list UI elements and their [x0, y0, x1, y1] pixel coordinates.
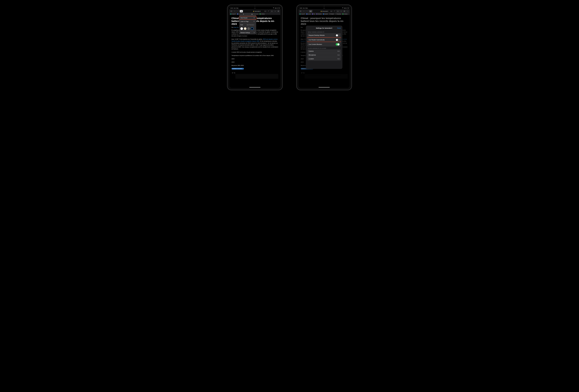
theme-black-selected[interactable]	[251, 27, 253, 30]
fav-chatgpt[interactable]: ChatGPT	[299, 13, 305, 15]
chart-placeholder	[301, 74, 348, 79]
tab-count-badge: 7	[266, 11, 267, 12]
reload-icon[interactable]	[268, 10, 269, 12]
wifi-icon	[273, 7, 274, 9]
row-microphone[interactable]: Microphone Ask	[307, 53, 341, 57]
chart-y-axis-label: 17 °C	[231, 72, 278, 74]
svg-rect-0	[231, 11, 232, 12]
front-camera	[324, 6, 324, 6]
year-2023: 2023	[231, 61, 278, 63]
fav-antidote[interactable]: Antidote	[342, 13, 348, 15]
website-settings-row[interactable]: Website Settings	[239, 31, 256, 34]
para-3: L'année 2024 est la plus chaude jamais e…	[231, 51, 278, 53]
theme-sepia[interactable]	[244, 27, 246, 30]
url-bar[interactable]: 🔒 lemonde.fr 7	[243, 10, 270, 13]
svg-rect-7	[344, 11, 345, 12]
svg-rect-2	[278, 11, 279, 11]
done-button[interactable]: Done	[337, 27, 341, 29]
url-host: lemonde.fr	[255, 10, 261, 12]
home-indicator[interactable]	[319, 87, 330, 87]
new-tab-icon[interactable]	[340, 10, 342, 12]
svg-rect-8	[344, 11, 345, 11]
fav-gemini[interactable]: Gemini	[306, 13, 311, 15]
fav-reader[interactable]: Reader	[329, 13, 334, 15]
reader-available-icon[interactable]: 7	[330, 10, 333, 12]
battery-icon	[347, 7, 349, 9]
lock-icon: 🔒	[321, 11, 322, 12]
theme-white[interactable]	[240, 27, 243, 30]
author-link[interactable]: Gary Da	[234, 27, 238, 28]
chart-placeholder	[231, 74, 278, 79]
aa-button[interactable]: AA	[240, 10, 243, 12]
new-tab-icon[interactable]	[274, 10, 276, 12]
hide-reader-row[interactable]: Hide Reader	[239, 16, 256, 20]
sidebar-toggle-icon[interactable]	[299, 10, 302, 12]
row-camera[interactable]: Camera Ask	[307, 49, 341, 53]
year-baseline: Moyenne 1991-2020	[231, 65, 278, 67]
gear-icon	[253, 32, 255, 34]
url-host: lemonde.fr	[322, 10, 328, 12]
svg-rect-1	[278, 11, 279, 12]
multitask-dots[interactable]	[254, 8, 256, 8]
safari-toolbar: AA 🔒 lemonde.fr 7	[299, 9, 350, 13]
year-picker-pill[interactable]: Choisissez une année⌄	[231, 68, 244, 70]
theme-gray[interactable]	[247, 27, 250, 30]
text-smaller-button[interactable]: A	[239, 13, 248, 16]
website-settings-sheet: Settings for lemonde.fr Done WHILE VIEWI…	[306, 26, 342, 69]
reload-icon[interactable]	[334, 10, 335, 12]
status-bar: 18:55 Sun 3 Mar 96%	[229, 7, 280, 9]
settings-group-access: Camera Ask Microphone Ask Location Ask	[307, 49, 341, 61]
sidebar-toggle-icon[interactable]	[230, 10, 233, 12]
status-time: 18:55	[299, 7, 302, 9]
section-while-viewing: WHILE VIEWING LEMONDE.FR	[306, 30, 342, 33]
back-button[interactable]	[303, 10, 305, 12]
screen-right: 18:55 Sun 3 Mar 96%	[299, 7, 350, 88]
multitask-dots[interactable]	[323, 8, 325, 8]
status-date: Sun 3 Mar	[234, 7, 238, 9]
forward-button[interactable]	[237, 10, 239, 12]
home-indicator[interactable]	[249, 87, 260, 87]
switch-use-reader-auto[interactable]	[336, 39, 340, 41]
fav-dynalist[interactable]: Dynalist	[323, 13, 328, 15]
row-use-reader-auto[interactable]: Use Reader Automatically	[307, 38, 341, 42]
row-content-blockers[interactable]: Use Content Blockers	[307, 42, 341, 47]
forward-button[interactable]	[306, 10, 308, 12]
tabs-icon[interactable]	[277, 10, 280, 12]
theme-colors	[239, 26, 256, 31]
safari-toolbar: AA 🔒 lemonde.fr 7	[229, 9, 280, 13]
fav-readwise[interactable]: Readwise	[335, 13, 341, 15]
more-icon[interactable]: ⋯	[346, 10, 349, 12]
reader-available-icon[interactable]: 7	[264, 10, 267, 12]
para-2: Avec 14,98 °C de moyenne sur l'ensemble …	[231, 38, 278, 50]
url-bar[interactable]: 🔒 lemonde.fr 7	[313, 10, 336, 13]
share-icon[interactable]	[271, 10, 273, 12]
fav-poe[interactable]: Poe	[312, 13, 315, 15]
switch-content-blockers[interactable]	[336, 43, 340, 46]
share-icon[interactable]	[337, 10, 339, 12]
status-bar: 18:55 Sun 3 Mar 96%	[299, 7, 350, 9]
ipad-left: 18:55 Sun 3 Mar 96%	[227, 5, 283, 90]
row-location[interactable]: Location Ask	[307, 57, 341, 61]
lock-icon: 🔒	[253, 11, 254, 12]
status-date: Sun 3 Mar	[303, 7, 308, 9]
battery-pct: 96%	[275, 7, 277, 9]
row-request-desktop[interactable]: Request Desktop Website	[307, 33, 341, 38]
fav-obsidian[interactable]: Obsidian	[316, 13, 322, 15]
fav-antidote[interactable]: Antidote	[260, 13, 265, 15]
front-camera	[255, 6, 255, 6]
para-4: Température moyenne quotidienne à la sur…	[231, 55, 278, 57]
listen-row[interactable]: Listen to Page	[239, 20, 256, 23]
tabs-icon[interactable]	[343, 10, 346, 12]
font-row[interactable]: Font San Francisco›	[239, 23, 256, 26]
status-time: 18:55	[230, 7, 233, 9]
switch-request-desktop[interactable]	[336, 34, 340, 36]
back-button[interactable]	[233, 10, 236, 12]
wifi-icon	[342, 7, 344, 9]
fav-chatgpt[interactable]: ChatGPT	[230, 13, 236, 15]
reader-icon	[253, 17, 255, 19]
text-larger-button[interactable]: A	[248, 13, 256, 16]
aa-popover: A A Hide Reader Listen to Page Font San …	[239, 13, 256, 34]
speaker-icon	[253, 20, 255, 22]
text-size-row: A A	[239, 13, 256, 16]
aa-button[interactable]: AA	[309, 10, 312, 12]
